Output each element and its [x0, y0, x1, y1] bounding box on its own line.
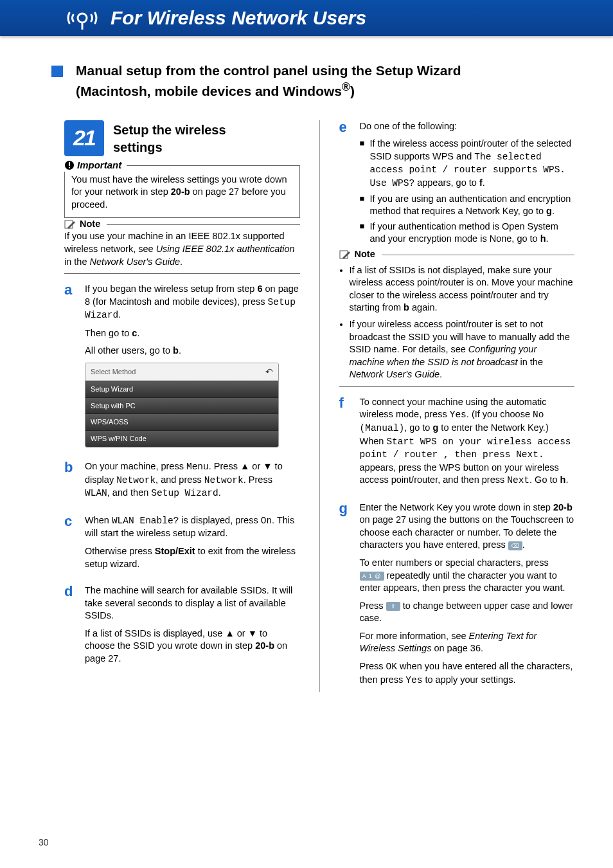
square-bullet-icon: ■	[360, 138, 370, 190]
lcd-row: WPS/AOSS	[85, 413, 278, 430]
step-e: e Do one of the following: ■If the wirel…	[339, 120, 575, 248]
lcd-row: Setup with PC	[85, 397, 278, 414]
important-icon	[64, 160, 75, 170]
lcd-title: Select Method	[91, 367, 136, 377]
step-b: b On your machine, press Menu. Press ▲ o…	[64, 460, 300, 505]
step-title: Setup the wireless settings	[113, 120, 226, 156]
page-title: Manual setup from the control panel usin…	[76, 62, 461, 101]
lcd-screenshot: Select Method ↶ Setup Wizard Setup with …	[85, 363, 279, 448]
shift-icon: ⇧	[386, 602, 400, 611]
note-box-2: Note If a list of SSIDs is not displayed…	[339, 255, 575, 387]
note1-body: If you use your machine in an IEEE 802.1…	[64, 225, 300, 268]
note-icon	[339, 249, 351, 260]
note-box-1: Note If you use your machine in an IEEE …	[64, 224, 300, 274]
important-box: Important You must have the wireless set…	[64, 165, 300, 219]
wireless-icon	[64, 5, 100, 31]
mode-key-icon: A 1 @	[360, 572, 384, 581]
svg-rect-4	[69, 167, 70, 168]
back-icon: ↶	[265, 366, 273, 378]
note2-list: If a list of SSIDs is not displayed, mak…	[339, 264, 575, 381]
backspace-icon: ⌫	[508, 541, 522, 550]
square-bullet-icon: ■	[360, 193, 370, 218]
step-21: 21 Setup the wireless settings	[64, 120, 300, 156]
title-bullet	[51, 66, 63, 77]
step-number: 21	[64, 120, 104, 156]
left-column: 21 Setup the wireless settings Important…	[64, 120, 300, 692]
svg-point-0	[78, 14, 87, 23]
step-a: a If you began the wireless setup from s…	[64, 283, 300, 451]
step-c: c When WLAN Enable? is displayed, press …	[64, 514, 300, 575]
step-d: d The machine will search for available …	[64, 584, 300, 670]
square-bullet-icon: ■	[360, 221, 370, 246]
step-g: g Enter the Network Key you wrote down i…	[339, 502, 575, 692]
svg-rect-3	[69, 162, 70, 166]
lcd-row: WPS w/PIN Code	[85, 430, 278, 447]
banner-title: For Wireless Network Users	[111, 5, 366, 32]
step-f: f To connect your machine using the auto…	[339, 396, 575, 493]
lcd-row: Setup Wizard	[85, 381, 278, 397]
column-divider	[319, 120, 320, 692]
note-icon	[64, 219, 76, 230]
important-body: You must have the wireless settings you …	[71, 168, 293, 212]
right-column: e Do one of the following: ■If the wirel…	[339, 120, 575, 692]
page-banner: For Wireless Network Users	[0, 0, 613, 36]
